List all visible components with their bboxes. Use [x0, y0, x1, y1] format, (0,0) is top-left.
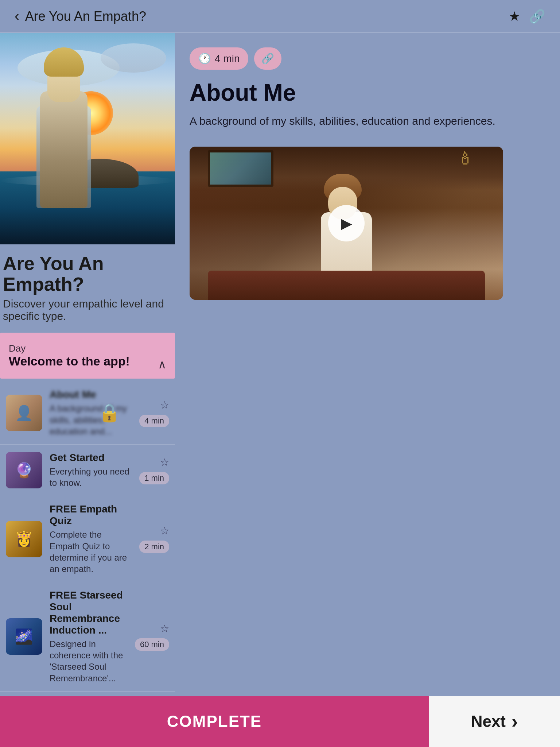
star-icon[interactable]: ☆ — [160, 456, 169, 468]
next-button[interactable]: Next › — [429, 696, 560, 747]
main-content: Are You An Empath? Discover your empathi… — [0, 33, 560, 747]
list-item-title: FREE Starseed Soul Remembrance Induction… — [50, 589, 128, 636]
complete-button[interactable]: COMPLETE — [0, 696, 429, 747]
list-item[interactable]: 👸 FREE Empath Quiz Complete the Empath Q… — [0, 496, 175, 582]
list-item-meta: ☆ 2 min — [139, 525, 169, 553]
header-right: ★ 🔗 — [509, 9, 545, 24]
list-item-description: Complete the Empath Quiz to determine if… — [50, 529, 132, 574]
list-item-thumbnail: 👸 — [6, 521, 42, 557]
header-left: ‹ Are You An Empath? — [15, 8, 146, 24]
char-body — [40, 91, 88, 208]
list-item-content: Get Started Everything you need to know. — [50, 452, 132, 488]
list-item-title: FREE Empath Quiz — [50, 503, 132, 527]
list-item-title: About Me — [50, 389, 132, 400]
list-item-content: FREE Empath Quiz Complete the Empath Qui… — [50, 503, 132, 574]
share-icon[interactable]: 🔗 — [529, 9, 545, 24]
list-item-meta: ☆ 1 min — [139, 456, 169, 484]
video-thumbnail[interactable]: 🕯 ▶ — [190, 147, 503, 300]
lock-icon: 🔒 — [98, 403, 120, 423]
list-item-meta: ☆ 4 min — [139, 399, 169, 427]
hero-image — [0, 33, 175, 244]
list-item-meta: ☆ 60 min — [135, 623, 169, 651]
list-item-title: Get Started — [50, 452, 132, 464]
right-column: 🕐 4 min 🔗 About Me A background of my sk… — [175, 33, 560, 747]
next-label: Next — [471, 712, 506, 731]
link-icon: 🔗 — [261, 53, 274, 65]
back-button[interactable]: ‹ — [15, 8, 19, 24]
duration-badge: 2 min — [139, 541, 169, 553]
list-item[interactable]: 🌌 FREE Starseed Soul Remembrance Inducti… — [0, 582, 175, 692]
duration-badge: 4 min — [139, 415, 169, 427]
duration-badge: 60 min — [135, 638, 169, 651]
video-window — [208, 150, 273, 187]
play-icon: ▶ — [341, 215, 352, 232]
course-title: Are You An Empath? — [0, 244, 175, 298]
star-icon[interactable]: ☆ — [160, 623, 169, 635]
duration-badge: 1 min — [139, 472, 169, 484]
left-column: Are You An Empath? Discover your empathi… — [0, 33, 175, 747]
course-info: Are You An Empath? Discover your empathi… — [0, 244, 175, 333]
header-title: Are You An Empath? — [25, 9, 146, 24]
bookmark-icon[interactable]: ★ — [509, 9, 520, 24]
header: ‹ Are You An Empath? ★ 🔗 — [0, 0, 560, 33]
day-section[interactable]: Day Welcome to the app! ∧ — [0, 333, 175, 379]
play-button[interactable]: ▶ — [328, 205, 365, 241]
duration-badge-detail: 🕐 4 min — [190, 47, 248, 70]
day-label: Day — [9, 343, 166, 354]
bottom-action-bar: COMPLETE Next › — [0, 696, 560, 747]
list-item-thumbnail: 🔮 — [6, 452, 42, 488]
link-badge[interactable]: 🔗 — [254, 47, 281, 70]
list-item-content: FREE Starseed Soul Remembrance Induction… — [50, 589, 128, 684]
next-arrow-icon: › — [512, 711, 518, 732]
list-item-thumbnail: 👤 — [6, 395, 42, 431]
about-thumb: 👤 — [6, 395, 42, 431]
duration-text: 4 min — [215, 53, 240, 65]
star-icon[interactable]: ☆ — [160, 399, 169, 411]
badges-row: 🕐 4 min 🔗 — [190, 47, 545, 70]
list-item-description: Designed in coherence with the 'Starseed… — [50, 638, 128, 684]
day-title: Welcome to the app! — [9, 354, 166, 368]
cloud-right — [101, 43, 166, 73]
clock-icon: 🕐 — [198, 53, 211, 65]
section-description: A background of my skills, abilities, ed… — [190, 113, 545, 129]
quiz-thumb: 👸 — [6, 521, 42, 557]
chandelier-icon: 🕯 — [456, 148, 474, 169]
star-icon[interactable]: ☆ — [160, 525, 169, 537]
list-item[interactable]: 👤 About Me A background of my skills, ab… — [0, 382, 175, 445]
section-title: About Me — [190, 80, 545, 105]
list-item-thumbnail: 🌌 — [6, 618, 42, 655]
character-figure — [29, 69, 102, 208]
list-item-description: Everything you need to know. — [50, 466, 132, 488]
list-item[interactable]: 🔮 Get Started Everything you need to kno… — [0, 445, 175, 496]
video-sofa — [208, 271, 485, 300]
get-started-thumb: 🔮 — [6, 452, 42, 488]
chevron-up-icon[interactable]: ∧ — [158, 357, 166, 371]
starseed-thumb: 🌌 — [6, 618, 42, 655]
course-subtitle: Discover your empathic level and specifi… — [0, 298, 175, 333]
